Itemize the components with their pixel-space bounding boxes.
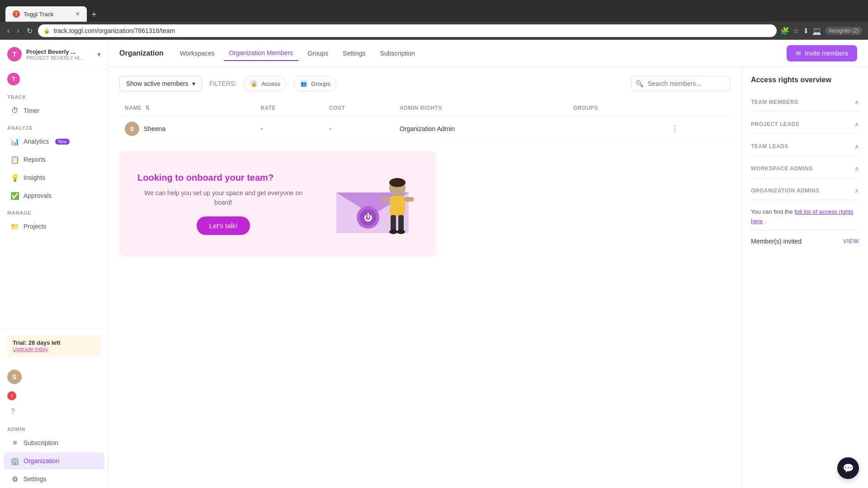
invite-icon: ✉ [796, 50, 801, 57]
project-leads-chevron-icon: ∧ [854, 121, 859, 128]
projects-label: Projects [24, 223, 47, 230]
sidebar-footer: Trial: 28 days left Upgrade today [0, 329, 108, 366]
nav-link-subscription[interactable]: Subscription [375, 46, 420, 61]
members-invited-label: Member(s) invited [751, 238, 802, 245]
active-tab[interactable]: T Toggl Track × [5, 6, 87, 22]
search-input-wrapper: 🔍 [631, 76, 731, 91]
refresh-button[interactable]: ↻ [25, 25, 34, 37]
col-rate: RATE [255, 100, 324, 116]
team-leads-chevron-icon: ∧ [854, 143, 859, 150]
member-name-cell: S Sheena [119, 116, 255, 142]
subscription-label: Subscription [24, 439, 58, 446]
sidebar-chevron-icon[interactable]: ▾ [97, 50, 101, 59]
nav-link-organization-members[interactable]: Organization Members [224, 46, 299, 61]
analytics-label: Analytics [24, 138, 49, 145]
onboarding-title: Looking to onboard your team? [137, 173, 309, 183]
manage-section-label: MANAGE [0, 205, 108, 217]
organization-icon: 🏢 [11, 457, 19, 465]
col-actions [662, 100, 731, 116]
organization-label: Organization [24, 457, 59, 465]
access-filter-badge[interactable]: 🔒 Access [244, 76, 286, 91]
sidebar-item-subscription[interactable]: ≡ Subscription [4, 434, 104, 451]
svg-text:⏻: ⏻ [364, 213, 372, 222]
download-button[interactable]: ⬇ [803, 27, 809, 35]
sidebar-header: T Project Beverly ... PROJECT BEVERLY HI… [0, 40, 108, 69]
sidebar-item-question[interactable]: ? [7, 404, 101, 419]
onboarding-description: We can help you set up your space and ge… [137, 188, 309, 207]
member-admin-rights: Organization Admin [394, 116, 568, 142]
chat-button[interactable]: 💬 [837, 457, 859, 479]
sidebar-item-organization[interactable]: 🏢 Organization [4, 452, 104, 469]
extensions-button[interactable]: 🧩 [780, 27, 789, 35]
sidebar-project-info: Project Beverly ... PROJECT BEVERLY HI..… [26, 48, 84, 61]
trial-text: Trial: 28 days left [13, 339, 95, 346]
svg-point-14 [397, 230, 405, 234]
org-admins-header[interactable]: ORGANIZATION ADMINS ∧ [751, 182, 859, 200]
team-leads-header[interactable]: TEAM LEADS ∧ [751, 137, 859, 155]
new-tab-button[interactable]: + [88, 8, 100, 22]
groups-filter-badge[interactable]: 👥 Groups [293, 76, 336, 91]
bookmark-button[interactable]: ☆ [793, 27, 799, 35]
panel-title: Access rights overview [751, 76, 859, 84]
sidebar-item-timer[interactable]: ⏱ Timer [4, 102, 104, 119]
user-avatar[interactable]: S [7, 370, 22, 384]
invite-members-button[interactable]: ✉ Invite members [787, 45, 857, 61]
workspace-admins-header[interactable]: WORKSPACE ADMINS ∧ [751, 160, 859, 178]
content-area: Show active members ▾ FILTERS: 🔒 Access … [108, 67, 868, 488]
forward-button[interactable]: › [15, 25, 21, 37]
track-section-label: TRACK [0, 89, 108, 102]
sidebar-bottom-icons: ! ? [0, 388, 108, 421]
access-filter-icon: 🔒 [250, 79, 259, 88]
project-leads-header[interactable]: PROJECT LEADS ∧ [751, 115, 859, 133]
address-bar[interactable]: 🔒 track.toggl.com/organization/7861318/t… [38, 24, 777, 37]
member-more-button[interactable]: ⋮ [667, 122, 683, 136]
analyze-section-label: ANALYZE [0, 120, 108, 132]
toggl-brand-item: T [0, 69, 108, 89]
svg-point-12 [389, 178, 406, 187]
sidebar-project-sub: PROJECT BEVERLY HI... [26, 55, 84, 61]
notification-item[interactable]: ! [7, 389, 101, 402]
svg-rect-8 [391, 215, 396, 231]
nav-link-groups[interactable]: Groups [302, 46, 334, 61]
lets-talk-button[interactable]: Let's talk! [197, 216, 250, 235]
search-icon: 🔍 [636, 80, 643, 87]
active-members-dropdown[interactable]: Show active members ▾ [119, 76, 202, 91]
access-section-team-leads: TEAM LEADS ∧ [751, 137, 859, 156]
top-nav: Organization Workspaces Organization Mem… [108, 40, 868, 67]
sidebar-item-reports[interactable]: 📋 Reports [4, 151, 104, 168]
access-section-team-members: TEAM MEMBERS ∧ [751, 93, 859, 112]
approvals-label: Approvals [24, 192, 52, 199]
onboarding-text: Looking to onboard your team? We can hel… [137, 173, 309, 235]
member-avatar: S [125, 122, 139, 136]
svg-rect-7 [390, 196, 405, 216]
back-button[interactable]: ‹ [5, 25, 11, 37]
sidebar-item-analytics[interactable]: 📊 Analytics New [4, 133, 104, 150]
member-groups [568, 116, 662, 142]
sidebar-item-approvals[interactable]: ✅ Approvals [4, 187, 104, 204]
nav-link-workspaces[interactable]: Workspaces [175, 46, 220, 61]
upgrade-link[interactable]: Upgrade today [13, 346, 95, 352]
col-name: NAME ⇅ [119, 100, 255, 116]
insights-icon: 💡 [11, 174, 19, 182]
team-members-label: TEAM MEMBERS [751, 99, 798, 105]
search-members-input[interactable] [631, 76, 731, 91]
org-admins-chevron-icon: ∧ [854, 187, 859, 194]
workspace-admins-label: WORKSPACE ADMINS [751, 165, 813, 172]
tab-close-button[interactable]: × [75, 10, 80, 18]
sidebar-item-projects[interactable]: 📁 Projects [4, 218, 104, 235]
sort-icon[interactable]: ⇅ [145, 105, 150, 111]
sidebar-item-insights[interactable]: 💡 Insights [4, 169, 104, 186]
filters-label: FILTERS: [209, 80, 236, 87]
browser-nav: ‹ › ↻ 🔒 track.toggl.com/organization/786… [0, 22, 868, 40]
subscription-icon: ≡ [11, 439, 19, 447]
team-leads-label: TEAM LEADS [751, 143, 788, 150]
filters-bar: Show active members ▾ FILTERS: 🔒 Access … [119, 76, 731, 91]
browser-tabs: T Toggl Track × + [5, 0, 100, 22]
devices-button[interactable]: 💻 [812, 27, 821, 35]
sidebar-item-settings[interactable]: ⚙ Settings [4, 470, 104, 488]
project-leads-label: PROJECT LEADS [751, 121, 799, 127]
onboarding-card: Looking to onboard your team? We can hel… [119, 151, 436, 257]
nav-link-settings[interactable]: Settings [337, 46, 371, 61]
view-invited-link[interactable]: VIEW [843, 238, 859, 244]
team-members-header[interactable]: TEAM MEMBERS ∧ [751, 93, 859, 111]
